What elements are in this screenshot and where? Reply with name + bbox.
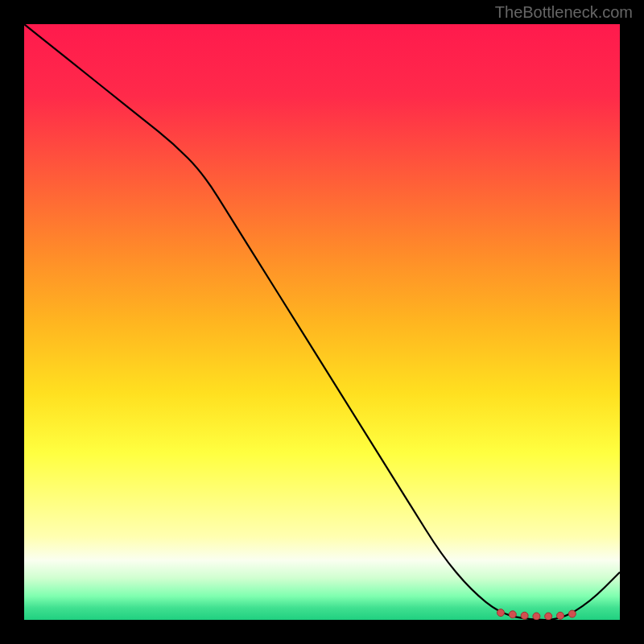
marker-point xyxy=(509,611,516,618)
marker-point xyxy=(568,610,576,617)
watermark-text: TheBottleneck.com xyxy=(495,3,633,22)
marker-point xyxy=(557,612,564,619)
marker-point xyxy=(497,609,505,617)
marker-point xyxy=(545,613,552,620)
plot-area xyxy=(24,24,620,620)
chart-curve xyxy=(24,24,620,620)
marker-point xyxy=(533,613,540,620)
marker-point xyxy=(521,612,528,619)
